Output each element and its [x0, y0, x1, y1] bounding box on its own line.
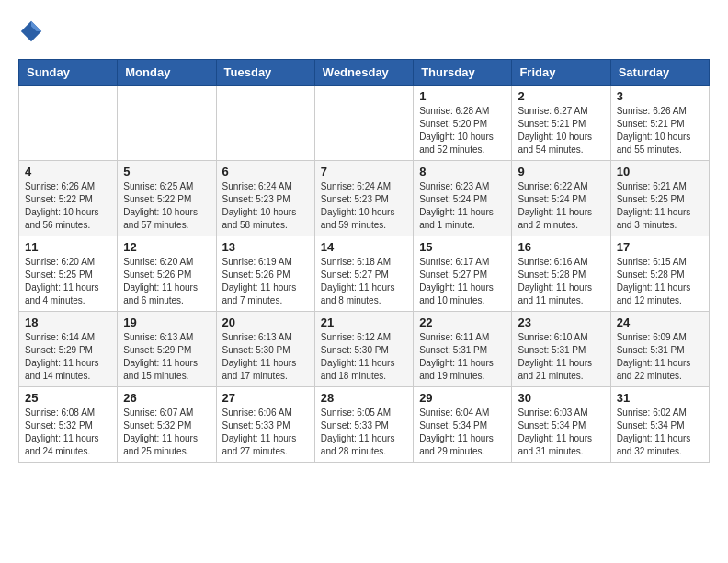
calendar-week-4: 18Sunrise: 6:14 AM Sunset: 5:29 PM Dayli… — [19, 312, 710, 387]
day-header-thursday: Thursday — [414, 60, 512, 86]
day-number: 15 — [419, 240, 506, 254]
logo — [18, 18, 48, 44]
calendar-cell — [314, 86, 413, 161]
calendar-cell: 15Sunrise: 6:17 AM Sunset: 5:27 PM Dayli… — [414, 236, 512, 312]
calendar-cell: 5Sunrise: 6:25 AM Sunset: 5:22 PM Daylig… — [118, 161, 216, 236]
calendar-cell: 31Sunrise: 6:02 AM Sunset: 5:34 PM Dayli… — [610, 387, 709, 463]
day-number: 19 — [123, 316, 210, 329]
day-info: Sunrise: 6:17 AM Sunset: 5:27 PM Dayligh… — [419, 256, 506, 307]
day-number: 8 — [419, 165, 506, 178]
day-info: Sunrise: 6:26 AM Sunset: 5:22 PM Dayligh… — [25, 180, 111, 232]
day-header-monday: Monday — [118, 60, 216, 86]
day-info: Sunrise: 6:21 AM Sunset: 5:25 PM Dayligh… — [617, 180, 703, 232]
calendar-cell: 27Sunrise: 6:06 AM Sunset: 5:33 PM Dayli… — [216, 387, 314, 463]
day-number: 13 — [222, 240, 309, 254]
calendar-cell: 24Sunrise: 6:09 AM Sunset: 5:31 PM Dayli… — [610, 312, 709, 387]
calendar-cell: 23Sunrise: 6:10 AM Sunset: 5:31 PM Dayli… — [512, 312, 610, 387]
calendar-cell: 11Sunrise: 6:20 AM Sunset: 5:25 PM Dayli… — [19, 236, 118, 312]
calendar-cell: 26Sunrise: 6:07 AM Sunset: 5:32 PM Dayli… — [118, 387, 216, 463]
day-number: 16 — [518, 240, 604, 254]
calendar-cell: 9Sunrise: 6:22 AM Sunset: 5:24 PM Daylig… — [512, 161, 610, 236]
day-info: Sunrise: 6:22 AM Sunset: 5:24 PM Dayligh… — [518, 180, 604, 232]
calendar-cell: 10Sunrise: 6:21 AM Sunset: 5:25 PM Dayli… — [610, 161, 709, 236]
calendar-cell: 17Sunrise: 6:15 AM Sunset: 5:28 PM Dayli… — [610, 236, 709, 312]
calendar-cell: 21Sunrise: 6:12 AM Sunset: 5:30 PM Dayli… — [314, 312, 413, 387]
day-number: 4 — [25, 165, 111, 178]
day-number: 2 — [518, 89, 604, 103]
day-info: Sunrise: 6:23 AM Sunset: 5:24 PM Dayligh… — [419, 180, 506, 232]
day-info: Sunrise: 6:13 AM Sunset: 5:29 PM Dayligh… — [123, 331, 210, 383]
day-info: Sunrise: 6:28 AM Sunset: 5:20 PM Dayligh… — [419, 105, 506, 156]
calendar-cell: 12Sunrise: 6:20 AM Sunset: 5:26 PM Dayli… — [118, 236, 216, 312]
day-number: 5 — [123, 165, 210, 178]
day-header-wednesday: Wednesday — [314, 60, 413, 86]
calendar-cell: 19Sunrise: 6:13 AM Sunset: 5:29 PM Dayli… — [118, 312, 216, 387]
day-number: 27 — [222, 391, 309, 405]
day-number: 6 — [222, 165, 309, 178]
calendar-cell: 25Sunrise: 6:08 AM Sunset: 5:32 PM Dayli… — [19, 387, 118, 463]
day-info: Sunrise: 6:05 AM Sunset: 5:33 PM Dayligh… — [321, 407, 407, 458]
calendar-cell: 28Sunrise: 6:05 AM Sunset: 5:33 PM Dayli… — [314, 387, 413, 463]
day-number: 23 — [518, 316, 604, 329]
day-info: Sunrise: 6:19 AM Sunset: 5:26 PM Dayligh… — [222, 256, 309, 307]
day-number: 28 — [321, 391, 407, 405]
page-header — [18, 18, 710, 44]
calendar-week-3: 11Sunrise: 6:20 AM Sunset: 5:25 PM Dayli… — [19, 236, 710, 312]
calendar-cell: 6Sunrise: 6:24 AM Sunset: 5:23 PM Daylig… — [216, 161, 314, 236]
day-number: 3 — [617, 89, 703, 103]
day-header-sunday: Sunday — [19, 60, 118, 86]
day-info: Sunrise: 6:26 AM Sunset: 5:21 PM Dayligh… — [617, 105, 703, 156]
day-info: Sunrise: 6:07 AM Sunset: 5:32 PM Dayligh… — [123, 407, 210, 458]
day-info: Sunrise: 6:25 AM Sunset: 5:22 PM Dayligh… — [123, 180, 210, 232]
day-info: Sunrise: 6:15 AM Sunset: 5:28 PM Dayligh… — [617, 256, 703, 307]
day-number: 17 — [617, 240, 703, 254]
day-info: Sunrise: 6:27 AM Sunset: 5:21 PM Dayligh… — [518, 105, 604, 156]
day-number: 30 — [518, 391, 604, 405]
day-info: Sunrise: 6:04 AM Sunset: 5:34 PM Dayligh… — [419, 407, 506, 458]
logo-icon — [18, 18, 44, 44]
day-info: Sunrise: 6:12 AM Sunset: 5:30 PM Dayligh… — [321, 331, 407, 383]
calendar-week-5: 25Sunrise: 6:08 AM Sunset: 5:32 PM Dayli… — [19, 387, 710, 463]
day-number: 11 — [25, 240, 111, 254]
day-number: 18 — [25, 316, 111, 329]
day-info: Sunrise: 6:09 AM Sunset: 5:31 PM Dayligh… — [617, 331, 703, 383]
day-number: 10 — [617, 165, 703, 178]
day-number: 22 — [419, 316, 506, 329]
day-info: Sunrise: 6:11 AM Sunset: 5:31 PM Dayligh… — [419, 331, 506, 383]
day-number: 1 — [419, 89, 506, 103]
day-number: 20 — [222, 316, 309, 329]
day-number: 21 — [321, 316, 407, 329]
day-info: Sunrise: 6:14 AM Sunset: 5:29 PM Dayligh… — [25, 331, 111, 383]
day-number: 29 — [419, 391, 506, 405]
day-number: 14 — [321, 240, 407, 254]
day-number: 25 — [25, 391, 111, 405]
calendar-cell: 4Sunrise: 6:26 AM Sunset: 5:22 PM Daylig… — [19, 161, 118, 236]
day-info: Sunrise: 6:06 AM Sunset: 5:33 PM Dayligh… — [222, 407, 309, 458]
day-info: Sunrise: 6:24 AM Sunset: 5:23 PM Dayligh… — [321, 180, 407, 232]
calendar-week-1: 1Sunrise: 6:28 AM Sunset: 5:20 PM Daylig… — [19, 86, 710, 161]
calendar-cell: 20Sunrise: 6:13 AM Sunset: 5:30 PM Dayli… — [216, 312, 314, 387]
calendar-cell: 30Sunrise: 6:03 AM Sunset: 5:34 PM Dayli… — [512, 387, 610, 463]
calendar-cell: 14Sunrise: 6:18 AM Sunset: 5:27 PM Dayli… — [314, 236, 413, 312]
day-number: 12 — [123, 240, 210, 254]
day-info: Sunrise: 6:03 AM Sunset: 5:34 PM Dayligh… — [518, 407, 604, 458]
day-number: 9 — [518, 165, 604, 178]
day-info: Sunrise: 6:20 AM Sunset: 5:26 PM Dayligh… — [123, 256, 210, 307]
day-info: Sunrise: 6:20 AM Sunset: 5:25 PM Dayligh… — [25, 256, 111, 307]
day-number: 24 — [617, 316, 703, 329]
calendar-week-2: 4Sunrise: 6:26 AM Sunset: 5:22 PM Daylig… — [19, 161, 710, 236]
day-info: Sunrise: 6:13 AM Sunset: 5:30 PM Dayligh… — [222, 331, 309, 383]
calendar-cell: 13Sunrise: 6:19 AM Sunset: 5:26 PM Dayli… — [216, 236, 314, 312]
calendar-cell: 18Sunrise: 6:14 AM Sunset: 5:29 PM Dayli… — [19, 312, 118, 387]
day-info: Sunrise: 6:16 AM Sunset: 5:28 PM Dayligh… — [518, 256, 604, 307]
calendar-cell: 2Sunrise: 6:27 AM Sunset: 5:21 PM Daylig… — [512, 86, 610, 161]
day-info: Sunrise: 6:24 AM Sunset: 5:23 PM Dayligh… — [222, 180, 309, 232]
day-header-friday: Friday — [512, 60, 610, 86]
day-header-tuesday: Tuesday — [216, 60, 314, 86]
day-info: Sunrise: 6:18 AM Sunset: 5:27 PM Dayligh… — [321, 256, 407, 307]
day-info: Sunrise: 6:02 AM Sunset: 5:34 PM Dayligh… — [617, 407, 703, 458]
calendar-cell — [19, 86, 118, 161]
calendar-cell: 1Sunrise: 6:28 AM Sunset: 5:20 PM Daylig… — [414, 86, 512, 161]
day-number: 7 — [321, 165, 407, 178]
calendar-cell: 3Sunrise: 6:26 AM Sunset: 5:21 PM Daylig… — [610, 86, 709, 161]
